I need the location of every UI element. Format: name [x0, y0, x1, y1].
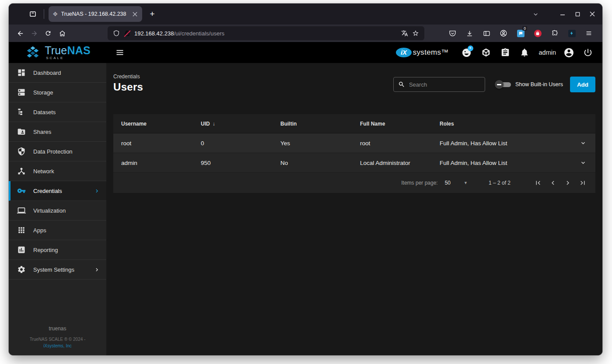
bookmark-star-icon[interactable]	[412, 30, 419, 37]
cell-uid: 950	[193, 160, 273, 166]
menu-icon[interactable]	[582, 27, 595, 40]
truenas-wordmark: TrueNAS SCALE	[45, 45, 91, 60]
alerts-bell-icon[interactable]	[517, 45, 532, 60]
extension-badge: 0	[522, 26, 527, 31]
jobs-icon[interactable]	[498, 45, 513, 60]
sidebar-item-credentials[interactable]: Credentials	[9, 181, 106, 201]
pocket-icon[interactable]	[446, 27, 459, 40]
power-icon[interactable]	[581, 45, 595, 60]
add-user-button[interactable]: Add	[570, 77, 595, 92]
minimize-button[interactable]	[555, 7, 570, 21]
tab-title: TrueNAS - 192.168.42.238	[61, 11, 127, 17]
titlebar-separator	[44, 9, 44, 19]
users-table: Username UID↓ Builtin Full Name Roles ro…	[113, 114, 595, 193]
cell-fullname: root	[352, 140, 432, 147]
browser-toolbar: 192.168.42.238/ui/credentials/users	[9, 24, 602, 42]
last-page-icon[interactable]	[577, 177, 588, 189]
cell-roles: Full Admin, Has Allow List	[432, 160, 580, 166]
translate-icon[interactable]	[401, 30, 408, 37]
url-text: 192.168.42.238/ui/credentials/users	[134, 30, 224, 37]
sidebar-item-apps[interactable]: Apps	[9, 220, 106, 240]
sidebar: Dashboard Storage Datasets Shares	[9, 63, 106, 355]
sidebar-item-storage[interactable]: Storage	[9, 83, 106, 102]
hostname: truenas	[9, 326, 106, 332]
sidebar-item-system-settings[interactable]: System Settings	[9, 260, 106, 280]
show-builtin-users-toggle[interactable]	[495, 80, 511, 89]
items-per-page-value[interactable]: 50	[445, 180, 451, 186]
truenas-favicon-icon: ❖	[52, 11, 58, 17]
home-icon[interactable]	[55, 27, 69, 40]
page-header: Credentials Users	[113, 74, 595, 93]
column-header-roles[interactable]: Roles	[432, 121, 595, 127]
cell-builtin: No	[273, 160, 352, 166]
expand-row-icon[interactable]	[580, 140, 587, 147]
truenas-app: TrueNAS SCALE iX systems™ +	[9, 42, 602, 355]
company-link[interactable]: iXsystems, Inc	[9, 343, 106, 348]
search-input[interactable]	[409, 81, 486, 88]
dashboard-icon	[17, 68, 26, 77]
reporting-icon	[17, 245, 26, 254]
cell-fullname: Local Administrator	[352, 160, 432, 166]
insecure-lock-icon[interactable]	[124, 30, 130, 37]
sidebar-item-shares[interactable]: Shares	[9, 122, 106, 142]
toolbar-extensions-area: 0	[446, 27, 598, 40]
breadcrumb[interactable]: Credentials	[113, 74, 143, 80]
sidebar-toggle-icon[interactable]	[480, 27, 493, 40]
url-path: /ui/credentials/users	[174, 30, 224, 37]
feedback-icon[interactable]: +	[459, 45, 474, 60]
tracking-protection-shield-icon[interactable]	[113, 30, 120, 37]
column-header-username[interactable]: Username	[113, 121, 193, 127]
next-page-icon[interactable]	[562, 177, 574, 189]
builtin-users-toggle-wrap: Show Built-in Users	[495, 80, 563, 89]
expand-row-icon[interactable]	[580, 159, 587, 166]
browser-tab[interactable]: ❖ TrueNAS - 192.168.42.238	[49, 6, 142, 22]
sidebar-item-virtualization[interactable]: Virtualization	[9, 201, 106, 220]
table-pagination: Items per page: 50 ▼ 1 – 2 of 2	[113, 173, 595, 193]
forward-icon[interactable]	[27, 27, 41, 40]
account-icon[interactable]	[497, 27, 510, 40]
extension-lightning-icon[interactable]	[565, 27, 578, 40]
sidebar-item-reporting[interactable]: Reporting	[9, 240, 106, 260]
first-page-icon[interactable]	[532, 177, 544, 189]
table-row-admin[interactable]: admin 950 No Local Administrator Full Ad…	[113, 153, 595, 173]
downloads-icon[interactable]	[463, 27, 476, 40]
close-button[interactable]	[585, 7, 600, 21]
feedback-badge: +	[468, 46, 473, 51]
sidebar-item-data-protection[interactable]: Data Protection	[9, 142, 106, 161]
maximize-button[interactable]	[570, 7, 585, 21]
reload-icon[interactable]	[41, 27, 55, 40]
user-settings-icon[interactable]	[561, 45, 576, 60]
sidebar-item-dashboard[interactable]: Dashboard	[9, 63, 106, 83]
search-box[interactable]	[393, 77, 485, 92]
items-per-page-label: Items per page:	[401, 180, 437, 186]
url-bar[interactable]: 192.168.42.238/ui/credentials/users	[108, 26, 424, 40]
tab-close-icon[interactable]	[130, 10, 139, 18]
column-header-fullname[interactable]: Full Name	[352, 121, 432, 127]
items-per-page-caret-icon[interactable]: ▼	[464, 181, 468, 185]
toggle-knob	[495, 80, 504, 89]
column-header-builtin[interactable]: Builtin	[273, 121, 352, 127]
back-icon[interactable]	[13, 27, 27, 40]
extension-puzzle-icon[interactable]	[548, 27, 561, 40]
firefox-view-icon[interactable]	[26, 7, 39, 21]
truenas-logo[interactable]: TrueNAS SCALE	[9, 45, 106, 60]
sidebar-footer: truenas TrueNAS SCALE ® © 2024 - iXsyste…	[9, 326, 106, 348]
sidebar-item-network[interactable]: Network	[9, 161, 106, 181]
truecommand-icon[interactable]	[479, 45, 493, 60]
list-all-tabs-icon[interactable]	[529, 7, 542, 21]
logged-in-user: admin	[539, 49, 556, 56]
title-block: Credentials Users	[113, 74, 143, 93]
sidebar-item-datasets[interactable]: Datasets	[9, 102, 106, 122]
table-row-root[interactable]: root 0 Yes root Full Admin, Has Allow Li…	[113, 133, 595, 153]
sidenav-toggle-icon[interactable]	[112, 45, 127, 60]
column-header-uid[interactable]: UID↓	[193, 121, 273, 127]
extension-lock-icon[interactable]	[531, 27, 544, 40]
chevron-right-icon	[94, 266, 100, 273]
sort-desc-icon: ↓	[213, 121, 215, 127]
new-tab-button[interactable]: +	[146, 7, 159, 21]
browser-window: ❖ TrueNAS - 192.168.42.238 +	[9, 4, 602, 355]
cell-uid: 0	[193, 140, 273, 147]
chevron-right-icon	[94, 188, 100, 194]
previous-page-icon[interactable]	[547, 177, 559, 189]
extension-counter-icon[interactable]: 0	[514, 27, 527, 40]
